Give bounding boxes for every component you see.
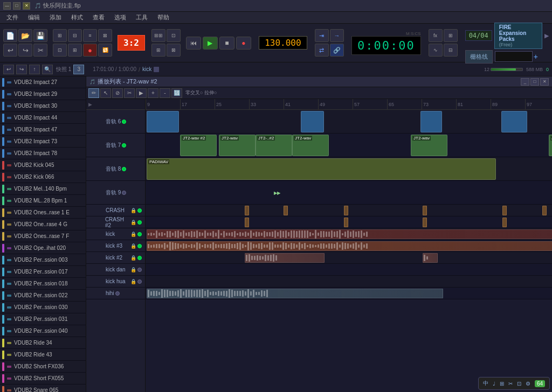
- playlist-close[interactable]: ✕: [540, 78, 549, 86]
- track-row[interactable]: [146, 110, 552, 134]
- snap-btn2[interactable]: ⊞: [68, 44, 82, 57]
- tool-erase[interactable]: ⊘: [112, 88, 123, 98]
- record-btn[interactable]: ●: [236, 37, 251, 50]
- track-clip[interactable]: JT2-..#2: [256, 135, 292, 156]
- lock-icon[interactable]: 🔒: [130, 255, 136, 261]
- track-clip[interactable]: [147, 241, 552, 251]
- instrument-item[interactable]: VDUB2 Per..ssion 022: [0, 290, 86, 302]
- restore-btn[interactable]: □: [13, 2, 20, 10]
- mode-btn3[interactable]: ≡: [83, 29, 97, 42]
- track-clip[interactable]: [501, 111, 527, 132]
- open-btn[interactable]: 📂: [18, 29, 32, 42]
- instrument-item[interactable]: VDUB2 Ope..ihat 020: [0, 242, 86, 254]
- instrument-item[interactable]: VDUB2 Per..ssion 040: [0, 325, 86, 337]
- instrument-item[interactable]: VDUB2 Short FX055: [0, 373, 86, 384]
- track-row[interactable]: [146, 205, 552, 216]
- instrument-item[interactable]: VDUB2 Kick 045: [0, 159, 86, 171]
- track-row[interactable]: [146, 264, 552, 276]
- lock-icon[interactable]: 🔒: [130, 267, 136, 272]
- tool-zoom-out[interactable]: -: [160, 88, 170, 98]
- corner-icon5[interactable]: ⚙: [526, 381, 530, 387]
- beat-marker[interactable]: ▶▶: [274, 182, 278, 204]
- instrument-item[interactable]: VDUB2 Impact 27: [0, 76, 86, 88]
- mixer-btn1[interactable]: ⊞⊞: [151, 29, 165, 42]
- snap-info-btn[interactable]: 3: [73, 65, 84, 74]
- instrument-item[interactable]: VDUB2 Short FX036: [0, 361, 86, 373]
- instrument-item[interactable]: VDUB2 Ride 34: [0, 337, 86, 349]
- corner-icon2[interactable]: ⊞: [500, 381, 504, 387]
- link-btn4[interactable]: 🔗: [330, 44, 344, 57]
- track-clip[interactable]: PADIWAV: [147, 158, 496, 180]
- track-clip[interactable]: [423, 218, 427, 227]
- grid-btn-icon[interactable]: ⊟: [444, 44, 458, 57]
- instrument-item[interactable]: VDUB2 Kick 066: [0, 171, 86, 183]
- track-clip[interactable]: [344, 206, 348, 215]
- menu-view[interactable]: 查看: [88, 12, 109, 23]
- wave-btn[interactable]: ∿: [429, 44, 443, 57]
- fire-arrow[interactable]: ▶: [544, 32, 549, 39]
- bass-add-btn[interactable]: +: [534, 52, 538, 61]
- playlist-minimize[interactable]: _: [521, 78, 529, 86]
- instrument-item[interactable]: VDUB2 Per..ssion 030: [0, 302, 86, 313]
- tool-cut[interactable]: ✂: [124, 88, 135, 98]
- instrument-item[interactable]: VDUB2 Ones..rase 1 E: [0, 207, 86, 219]
- track-clip[interactable]: [502, 218, 507, 227]
- link-btn2[interactable]: →: [330, 29, 344, 42]
- track-row[interactable]: [146, 288, 552, 299]
- zoom-info-btn[interactable]: 🔍: [42, 65, 53, 74]
- track-mute-dot[interactable]: [137, 220, 142, 225]
- track-clip[interactable]: [344, 218, 348, 227]
- track-clip[interactable]: JT2-wav: [549, 135, 552, 156]
- track-mute-dot[interactable]: [137, 268, 142, 272]
- redo-info-btn[interactable]: ↪: [16, 65, 27, 74]
- menu-help[interactable]: 帮助: [153, 12, 174, 23]
- track-clip[interactable]: JT2-wav: [292, 135, 329, 156]
- lock-icon[interactable]: 🔒: [130, 220, 136, 225]
- instrument-item[interactable]: VDUB2 Impact 73: [0, 136, 86, 148]
- corner-icon4[interactable]: ⊡: [517, 381, 521, 387]
- instrument-item[interactable]: VDUB2 Impact 47: [0, 124, 86, 136]
- menu-add[interactable]: 添加: [45, 12, 66, 23]
- track-clip[interactable]: JT2-wav: [411, 135, 447, 156]
- instrument-item[interactable]: VDUB2 Per..ssion 018: [0, 278, 86, 290]
- track-mute-dot[interactable]: [122, 143, 126, 148]
- track-clip[interactable]: JT2-wav: [219, 135, 256, 156]
- cut-btn[interactable]: ✂: [33, 44, 47, 57]
- track-clip[interactable]: [542, 206, 547, 215]
- menu-tools[interactable]: 工具: [132, 12, 152, 23]
- track-row[interactable]: [146, 240, 552, 252]
- lock-icon[interactable]: 🔒: [130, 208, 136, 213]
- menu-style[interactable]: 样式: [67, 12, 87, 23]
- rec-btn[interactable]: ●: [83, 44, 97, 57]
- lock-icon[interactable]: 🔒: [130, 243, 136, 249]
- mode-btn4[interactable]: ⊠: [98, 29, 112, 42]
- track-mute-dot[interactable]: [137, 244, 142, 248]
- stop-btn[interactable]: ■: [219, 37, 234, 50]
- instrument-item[interactable]: VDUB2 Mel..140 Bpm: [0, 183, 86, 195]
- snap-btn1[interactable]: ⊡: [53, 44, 67, 57]
- tool-zoom-in[interactable]: +: [148, 88, 158, 98]
- track-mute-dot[interactable]: [137, 279, 142, 284]
- prev-btn[interactable]: ⏮: [186, 37, 201, 50]
- track-clip[interactable]: [420, 111, 442, 132]
- bass-input[interactable]: bass: [495, 51, 533, 62]
- undo-btn[interactable]: ↩: [3, 44, 17, 57]
- link-btn1[interactable]: ⇥: [315, 29, 329, 42]
- instrument-item[interactable]: VDUB2 Per..ssion 017: [0, 266, 86, 278]
- instrument-item[interactable]: VDUB2 Impact 30: [0, 100, 86, 112]
- link-btn3[interactable]: ⇄: [315, 44, 329, 57]
- fx-btn[interactable]: fx: [429, 29, 443, 42]
- track-row[interactable]: ▶▶▶▶: [146, 181, 552, 205]
- instrument-item[interactable]: VDUB2 Per..ssion 003: [0, 254, 86, 266]
- track-mute-dot[interactable]: [115, 291, 120, 296]
- track-clip[interactable]: [423, 206, 427, 215]
- lock-icon[interactable]: 🔒: [130, 279, 136, 284]
- tool-snap[interactable]: 🔢: [171, 88, 182, 98]
- redo-btn[interactable]: ↪: [18, 44, 32, 57]
- track-clip[interactable]: [423, 253, 438, 263]
- tool-play[interactable]: ▶: [136, 88, 147, 98]
- up-info-btn[interactable]: ↑: [29, 65, 40, 74]
- window-controls[interactable]: — □ ✕: [3, 2, 30, 10]
- track-clip[interactable]: [301, 111, 324, 132]
- save-btn[interactable]: 💾: [33, 29, 47, 42]
